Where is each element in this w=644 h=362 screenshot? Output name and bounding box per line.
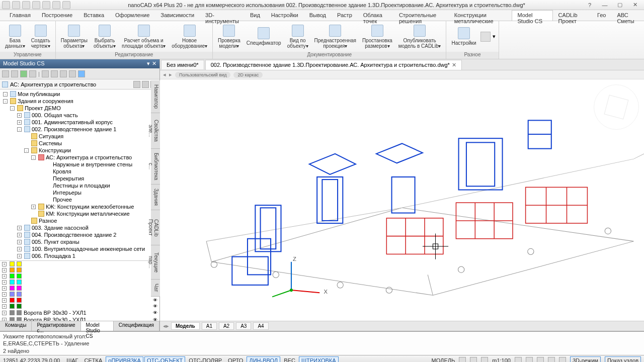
ribbon-button[interactable]: Простановкаразмеров▾	[360, 24, 394, 50]
layout-nav-icon[interactable]: ◂▸	[163, 323, 169, 329]
status-toggle[interactable]: ДИН-ВВОД	[247, 356, 280, 363]
sb-icon[interactable]	[470, 357, 477, 363]
zoom-out-icon[interactable]	[526, 357, 533, 363]
status-toggle[interactable]: ОТС-ПОЛЯР	[186, 356, 224, 363]
tree-item[interactable]: -002. Производственное здание 1	[1, 126, 158, 133]
ribbon-tab[interactable]: Вставка	[78, 10, 110, 21]
sb-icon[interactable]	[481, 357, 488, 363]
sb-icon[interactable]	[559, 357, 566, 363]
tb-refresh-icon[interactable]	[78, 70, 85, 77]
tree-item[interactable]: Перекрытия	[1, 175, 158, 182]
undo-icon[interactable]	[42, 1, 50, 9]
model-canvas[interactable]: X Z	[160, 79, 644, 321]
tree-expander-icon[interactable]: -	[3, 92, 8, 97]
vertical-tab[interactable]: Чат	[151, 280, 160, 297]
tb-icon[interactable]	[133, 81, 140, 88]
redo-icon[interactable]	[52, 1, 60, 9]
tree-item[interactable]: -Мои публикации	[1, 90, 158, 98]
tree-item[interactable]: Интерьеры	[1, 189, 158, 196]
tree-expander-icon[interactable]: +	[17, 240, 22, 244]
ribbon-tab[interactable]: Вывод	[304, 10, 332, 21]
ribbon-button[interactable]: Опубликоватьмодель в CADLib▾	[396, 24, 443, 50]
tb-icon[interactable]	[142, 81, 149, 88]
status-toggle[interactable]: ШТРИХОВКА	[299, 356, 339, 363]
layer-expander-icon[interactable]: +	[2, 268, 7, 273]
app-menu-button[interactable]	[2, 1, 10, 9]
tree-expander-icon[interactable]: +	[31, 205, 36, 209]
sb-icon[interactable]	[548, 357, 555, 363]
tb-icon[interactable]	[69, 70, 76, 77]
tree-expander-icon[interactable]: -	[31, 155, 36, 160]
tree-expander-icon[interactable]: +	[17, 254, 22, 258]
tree-item[interactable]: +001. Административный корпус	[1, 119, 158, 126]
status-toggle[interactable]: ВЕС	[281, 356, 298, 363]
layer-row[interactable]: +Ворота ВР 30x30 - УХЛ1👁	[0, 309, 159, 316]
close-icon[interactable]: ✕	[628, 1, 642, 9]
layout-tab[interactable]: Модель	[171, 322, 200, 330]
layer-row[interactable]: +👁	[0, 303, 159, 309]
tb-play-icon[interactable]	[20, 70, 27, 77]
layer-row[interactable]: +👁	[0, 273, 159, 279]
tree-expander-icon[interactable]: -	[10, 106, 15, 111]
tb-filter-icon[interactable]	[60, 70, 67, 77]
visibility-icon[interactable]: 👁	[153, 310, 157, 315]
layer-row[interactable]: +👁	[0, 261, 159, 267]
ribbon-tab[interactable]: Вид	[245, 10, 266, 21]
ribbon-dropdown-icon[interactable]: ▾	[493, 33, 496, 40]
ribbon-button[interactable]: Расчет объема иплощади объекта▾	[120, 24, 168, 50]
tb-icon[interactable]	[11, 70, 18, 77]
viewcube[interactable]	[594, 84, 639, 130]
tree-expander-icon[interactable]: +	[17, 113, 22, 118]
tb-icon[interactable]	[51, 70, 58, 77]
new-icon[interactable]	[12, 1, 20, 9]
tree-item[interactable]: +005. Пункт охраны	[1, 238, 158, 245]
document-tab[interactable]: Без имени0*	[161, 60, 204, 69]
tree-item[interactable]: +КЖ: Конструкции железобетонные	[1, 203, 158, 210]
layer-expander-icon[interactable]: +	[2, 262, 7, 266]
layout-tab[interactable]: A2	[219, 322, 234, 330]
panel-root-row[interactable]: АС: Архитектура и строительство	[0, 79, 159, 89]
tree-item[interactable]: -Здания и сооружения	[1, 98, 158, 105]
tree-item[interactable]: -Проект ДЕМО	[1, 105, 158, 112]
panel-tab[interactable]: Команды	[0, 321, 32, 331]
tb-icon[interactable]	[2, 70, 9, 77]
layer-expander-icon[interactable]: +	[2, 274, 7, 279]
tree-expander-icon[interactable]: -	[24, 148, 29, 153]
status-toggle[interactable]: ОТС-ОБЪЕКТ	[144, 356, 185, 363]
tree-expander-icon[interactable]: -	[3, 99, 8, 104]
ribbon-tab[interactable]: Гео	[592, 10, 611, 21]
tree-item[interactable]: +004. Производственное здание 2	[1, 231, 158, 238]
ribbon-button[interactable]: Проверкамодели▾	[216, 24, 243, 50]
layer-expander-icon[interactable]: +	[2, 298, 7, 303]
layer-expander-icon[interactable]: +	[2, 311, 7, 315]
tree-expander-icon[interactable]: +	[17, 233, 22, 237]
status-toggle[interactable]: ШАГ	[64, 356, 80, 363]
ribbon-small-button[interactable]	[480, 32, 491, 42]
layer-expander-icon[interactable]: +	[2, 286, 7, 291]
tree-item[interactable]: Прочее	[1, 196, 158, 203]
tree-expander-icon[interactable]: +	[17, 247, 22, 251]
ribbon-tab[interactable]: Конструкции металлические	[449, 10, 512, 21]
panel-tab[interactable]: Спецификация	[114, 321, 159, 331]
style-chip[interactable]: 2D каркас	[233, 72, 263, 78]
document-tab[interactable]: 002. Производственное здание 1.3D.Проект…	[205, 60, 462, 70]
ribbon-tab[interactable]: Главная	[4, 10, 36, 21]
help-icon[interactable]: ?	[583, 1, 597, 9]
panel-pin-icon[interactable]: ▾	[147, 60, 150, 67]
ribbon-button[interactable]: Преднастроеннаяпроекция▾	[312, 24, 358, 50]
tree-item[interactable]: Ситуация	[1, 133, 158, 140]
ribbon-tab[interactable]: 3D-инструменты	[200, 10, 245, 21]
tree-item[interactable]: КМ: Конструкции металлические	[1, 210, 158, 217]
vertical-tab[interactable]: Свойства эле...	[151, 113, 160, 149]
command-line[interactable]: Укажите противоположный угол:E,ERASE,С,С…	[0, 331, 644, 355]
ribbon-button[interactable]: Базаданных▾	[3, 24, 27, 50]
tree-expander-icon[interactable]: -	[17, 127, 22, 132]
layer-row[interactable]: +👁	[0, 297, 159, 303]
ribbon-button[interactable]: Выбратьобъекты▾	[92, 24, 118, 50]
tree-item[interactable]: Наружные и внутренние стены	[1, 161, 158, 168]
ribbon-tab[interactable]: Оформление	[110, 10, 155, 21]
ribbon-button[interactable]: Спецификатор	[245, 26, 283, 47]
status-toggle[interactable]: оПРИВЯЗКА	[106, 356, 143, 363]
layer-expander-icon[interactable]: +	[2, 280, 7, 285]
mode-3d-toggle[interactable]: 3D-режим	[570, 356, 601, 363]
